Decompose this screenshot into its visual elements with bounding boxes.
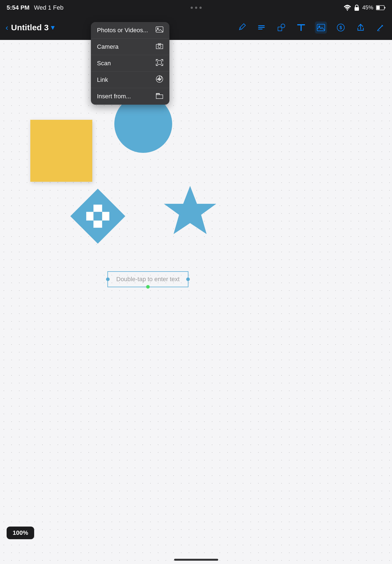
scan-label: Scan xyxy=(97,60,111,67)
edit-icon xyxy=(376,23,385,32)
status-time: 5:54 PM xyxy=(7,4,29,11)
shapes-tool-button[interactable] xyxy=(275,21,287,34)
status-left: 5:54 PM Wed 1 Feb xyxy=(7,4,63,11)
document-title: Untitled 3 ▾ xyxy=(11,23,54,32)
list-icon xyxy=(257,23,266,32)
battery-text: 45% xyxy=(362,4,373,11)
text-box-placeholder: Double-tap to enter text xyxy=(116,276,180,283)
dot1 xyxy=(191,7,193,9)
dot2 xyxy=(195,7,197,9)
svg-rect-5 xyxy=(258,25,265,26)
media-icon xyxy=(317,23,325,32)
svg-rect-6 xyxy=(258,27,265,28)
photos-videos-item[interactable]: Photos or Videos... xyxy=(91,22,169,39)
status-date: Wed 1 Feb xyxy=(34,4,63,11)
text-tool-button[interactable] xyxy=(295,21,307,34)
svg-rect-25 xyxy=(158,44,161,45)
edit-button[interactable] xyxy=(374,21,386,34)
svg-rect-12 xyxy=(317,24,325,31)
handle-bottom[interactable] xyxy=(146,285,150,289)
home-indicator xyxy=(174,559,218,561)
text-box-container[interactable]: Double-tap to enter text xyxy=(107,271,188,287)
link-item[interactable]: Link xyxy=(91,72,169,88)
svg-text:$: $ xyxy=(340,25,342,30)
svg-point-24 xyxy=(158,45,161,48)
svg-point-0 xyxy=(347,10,348,10)
status-dots xyxy=(191,7,202,9)
scan-icon xyxy=(156,59,163,68)
handle-left[interactable] xyxy=(106,278,110,281)
svg-point-23 xyxy=(157,28,159,29)
pen-icon xyxy=(237,23,246,32)
photos-videos-label: Photos or Videos... xyxy=(97,27,148,34)
camera-item[interactable]: Camera xyxy=(91,39,169,55)
text-icon xyxy=(297,23,306,32)
insert-from-item[interactable]: Insert from... xyxy=(91,88,169,105)
svg-rect-7 xyxy=(258,29,263,29)
link-label: Link xyxy=(97,76,108,83)
svg-rect-26 xyxy=(158,61,161,64)
svg-rect-16 xyxy=(377,31,380,31)
svg-rect-8 xyxy=(278,27,282,31)
share-icon xyxy=(356,23,365,32)
toolbar-icons: $ xyxy=(236,21,386,34)
diamond-arrow-shape[interactable] xyxy=(69,187,127,246)
payment-button[interactable]: $ xyxy=(335,21,347,34)
square-shape[interactable] xyxy=(30,120,92,182)
star-shape[interactable] xyxy=(163,183,218,239)
status-bar: 5:54 PM Wed 1 Feb 45% xyxy=(0,0,392,15)
pen-tool-button[interactable] xyxy=(236,21,248,34)
list-tool-button[interactable] xyxy=(255,21,267,34)
link-icon xyxy=(156,75,163,85)
svg-rect-3 xyxy=(377,6,380,9)
svg-rect-21 xyxy=(93,212,102,221)
camera-icon xyxy=(156,42,163,51)
svg-point-4 xyxy=(239,29,240,30)
canvas-area[interactable]: Double-tap to enter text xyxy=(0,40,392,564)
lock-icon xyxy=(354,4,359,11)
status-right: 45% xyxy=(344,4,385,11)
dot3 xyxy=(199,7,202,9)
svg-rect-11 xyxy=(301,24,302,31)
battery-icon xyxy=(376,5,385,10)
camera-label: Camera xyxy=(97,43,118,50)
share-button[interactable] xyxy=(355,21,367,34)
toolbar: ‹ Untitled 3 ▾ xyxy=(0,15,392,40)
title-text: Untitled 3 xyxy=(11,23,49,32)
wifi-icon xyxy=(344,5,351,11)
insert-dropdown-menu: Photos or Videos... Camera Scan xyxy=(91,22,169,105)
zoom-indicator[interactable]: 100% xyxy=(7,527,34,539)
back-button[interactable]: ‹ xyxy=(6,23,8,32)
svg-point-9 xyxy=(281,24,285,28)
folder-icon xyxy=(156,92,163,101)
title-chevron[interactable]: ▾ xyxy=(51,24,54,31)
dollar-icon: $ xyxy=(336,23,345,32)
shapes-icon xyxy=(277,23,286,32)
photos-videos-icon xyxy=(156,26,163,35)
media-tool-button[interactable] xyxy=(315,21,327,34)
scan-item[interactable]: Scan xyxy=(91,55,169,72)
svg-marker-17 xyxy=(164,186,216,234)
zoom-level: 100% xyxy=(13,529,28,536)
insert-from-label: Insert from... xyxy=(97,93,131,100)
handle-right[interactable] xyxy=(186,278,190,281)
svg-rect-1 xyxy=(355,7,359,11)
